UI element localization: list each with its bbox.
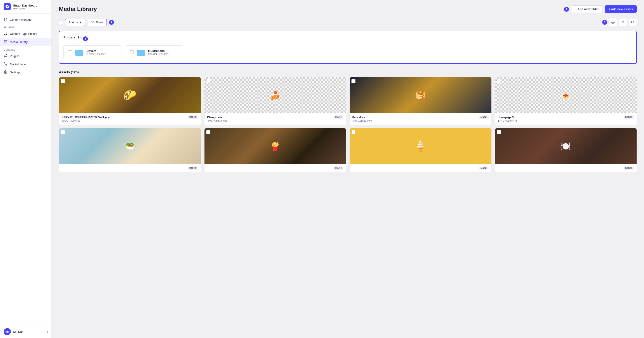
asset-format: JPEG - 600X399 [62, 119, 110, 122]
sidebar-item-settings[interactable]: Settings [0, 68, 52, 76]
asset-type-badge: IMAGE [624, 166, 634, 170]
folder-checkbox[interactable] [68, 50, 72, 54]
sidebar-item-marketplace[interactable]: Marketplace [0, 60, 52, 68]
svg-rect-0 [4, 33, 5, 34]
asset-details: Homepage 3 JPG - 3840X5711 [498, 116, 517, 122]
gear-icon [4, 70, 8, 74]
sidebar-nav: Content Manager PLUGINS Content-Type Bui… [0, 14, 52, 325]
sidebar-item-label: Marketplace [10, 62, 26, 66]
asset-name: fe006ed91f619568081af52979b77af3.jpeg [62, 116, 110, 119]
chevron-down-icon: ▼ [79, 21, 82, 24]
sort-by-label: Sort by [68, 21, 78, 24]
add-new-assets-button[interactable]: + Add new assets [605, 6, 637, 13]
folders-title: Folders (2) [63, 35, 81, 39]
folder-card[interactable]: Illustrations 0 folder, 5 assets [125, 46, 183, 59]
asset-name: Cherry cake [207, 116, 227, 119]
asset-image: 🥗 [59, 128, 201, 164]
asset-type-badge: IMAGE [624, 116, 634, 119]
asset-info: IMAGE [204, 164, 346, 172]
sidebar-item-media-library[interactable]: Media Library [0, 38, 52, 46]
folders-section: Folders (2) 4 Covers 0 folder, 1 asset [59, 31, 637, 64]
filter-icon [91, 20, 94, 24]
svg-point-19 [632, 21, 634, 23]
svg-point-5 [5, 41, 6, 42]
asset-image-wrap: 🍝 [495, 77, 637, 113]
sidebar-item-label: Media Library [10, 40, 28, 44]
sidebar-item-label: Content-Type Builder [10, 32, 37, 36]
general-section-label: GENERAL [0, 46, 52, 52]
app-name: Strapi Dashboard [13, 4, 37, 7]
asset-card[interactable]: 🍦 IMAGE [350, 128, 492, 172]
asset-image-wrap: 🍟 [204, 128, 346, 164]
svg-rect-3 [5, 34, 6, 35]
select-all-checkbox[interactable] [59, 20, 63, 24]
folders-grid: Covers 0 folder, 1 asset Illustrations 0… [63, 46, 632, 59]
asset-image-wrap: 🥗 [59, 128, 201, 164]
asset-info: IMAGE [350, 164, 492, 172]
asset-card[interactable]: 🍰 Cherry cake JPG - 1600X2000 IMAGE [204, 77, 346, 125]
asset-card[interactable]: 🌮 fe006ed91f619568081af52979b77af3.jpeg … [59, 77, 201, 125]
folder-icon [136, 49, 146, 56]
folder-meta: 0 folder, 5 assets [148, 52, 168, 56]
asset-details: Pancakes JPG - 4160X5027 [352, 116, 372, 122]
app-logo [4, 3, 11, 10]
asset-format: JPG - 3840X5711 [498, 120, 517, 122]
asset-checkbox[interactable] [352, 130, 356, 134]
asset-checkbox[interactable] [61, 79, 65, 83]
svg-rect-24 [137, 50, 140, 51]
asset-checkbox[interactable] [352, 79, 356, 83]
settings-view-button[interactable] [609, 18, 617, 26]
folder-info: Illustrations 0 folder, 5 assets [148, 49, 168, 56]
asset-checkbox[interactable] [61, 130, 65, 134]
asset-info: IMAGE [495, 164, 637, 172]
list-view-button[interactable] [619, 18, 627, 26]
sidebar-item-plugins[interactable]: Plugins [0, 52, 52, 60]
sidebar-item-label: Plugins [10, 54, 20, 58]
asset-info: Cherry cake JPG - 1600X2000 IMAGE [204, 113, 346, 125]
asset-image: 🍦 [350, 128, 492, 164]
sort-by-button[interactable]: Sort by ▼ [65, 19, 86, 26]
user-name: Kai Doe [13, 330, 44, 334]
asset-card[interactable]: 🍝 Homepage 3 JPG - 3840X5711 IMAGE [495, 77, 637, 125]
asset-type-badge: IMAGE [188, 116, 198, 119]
asset-checkbox[interactable] [206, 79, 210, 83]
asset-checkbox[interactable] [497, 130, 501, 134]
svg-rect-23 [137, 50, 145, 56]
asset-card[interactable]: 🥗 IMAGE [59, 128, 201, 172]
asset-format: JPG - 4160X5027 [352, 120, 372, 122]
app-subtitle: Workplace [13, 7, 37, 10]
asset-name: Pancakes [352, 116, 372, 119]
asset-image-wrap: 🌮 [59, 77, 201, 113]
asset-image: 🥞 [350, 77, 492, 113]
sidebar: Strapi Dashboard Workplace Content Manag… [0, 0, 52, 338]
sidebar-item-content-type-builder[interactable]: Content-Type Builder [0, 30, 52, 38]
asset-image: 🍝 [495, 77, 637, 113]
sidebar-collapse-button[interactable]: ‹ [47, 330, 48, 334]
filters-label: Filters [96, 21, 103, 24]
search-button[interactable] [629, 18, 637, 26]
asset-checkbox[interactable] [497, 79, 501, 83]
folder-card[interactable]: Covers 0 folder, 1 asset [63, 46, 122, 59]
filters-badge: 2 [109, 20, 114, 25]
toolbar-right: 3 [602, 18, 637, 26]
asset-name: Homepage 3 [498, 116, 517, 119]
svg-point-8 [5, 65, 5, 66]
svg-point-10 [5, 72, 6, 72]
folder-info: Covers 0 folder, 1 asset [86, 49, 106, 56]
asset-card[interactable]: 🍽️ IMAGE [495, 128, 637, 172]
header-badge: 1 [564, 7, 569, 12]
puzzle-icon [4, 32, 8, 36]
asset-image-wrap: 🍰 [204, 77, 346, 113]
folder-checkbox[interactable] [130, 50, 134, 54]
filters-button[interactable]: Filters [88, 19, 107, 26]
asset-card[interactable]: 🥞 Pancakes JPG - 4160X5027 IMAGE [350, 77, 492, 125]
sidebar-item-content-manager[interactable]: Content Manager [0, 16, 52, 24]
asset-card[interactable]: 🍟 IMAGE [204, 128, 346, 172]
asset-checkbox[interactable] [206, 130, 210, 134]
sidebar-item-label: Settings [10, 70, 20, 74]
header-actions: 1 + Add new folder + Add new assets [564, 6, 637, 13]
toolbar-left: Sort by ▼ Filters 2 [59, 19, 114, 26]
asset-info: IMAGE [59, 164, 201, 172]
sidebar-header: Strapi Dashboard Workplace [0, 0, 52, 14]
add-new-folder-button[interactable]: + Add new folder [571, 6, 602, 13]
